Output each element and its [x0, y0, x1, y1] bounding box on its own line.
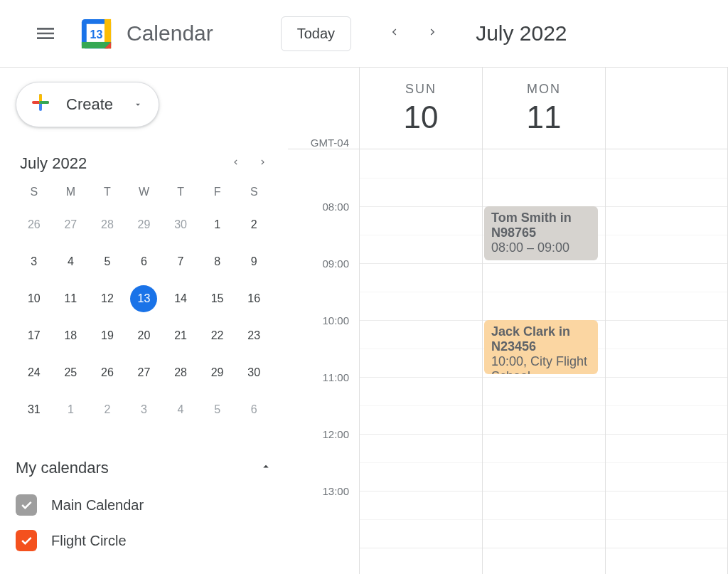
hour-line: [483, 548, 605, 548]
half-hour-line: [606, 462, 727, 463]
hour-line: [606, 434, 727, 435]
mini-day-cell[interactable]: 17: [21, 322, 48, 349]
hour-line: [360, 263, 482, 264]
timezone-gutter: GMT-04: [288, 68, 359, 149]
my-calendars-toggle[interactable]: My calendars: [16, 459, 272, 477]
day-abbr: SUN: [405, 82, 437, 97]
mini-day-cell[interactable]: 26: [21, 211, 48, 238]
mini-day-cell[interactable]: 30: [240, 359, 267, 386]
mini-day-cell[interactable]: 2: [240, 211, 267, 238]
event-subtitle: 08:00 – 09:00: [491, 240, 591, 255]
mini-day-cell[interactable]: 6: [130, 248, 157, 275]
calendar-list-label: Main Calendar: [51, 497, 144, 514]
calendar-list-item: Flight Circle: [16, 530, 272, 551]
mini-day-cell[interactable]: 29: [204, 359, 231, 386]
chevron-down-icon: [133, 95, 143, 114]
half-hour-line: [360, 349, 482, 349]
mini-day-cell[interactable]: 31: [21, 396, 48, 423]
hour-line: [483, 434, 605, 435]
mini-day-cell[interactable]: 12: [94, 285, 121, 312]
hour-line: [360, 434, 482, 435]
hour-line: [606, 320, 727, 321]
mini-day-cell[interactable]: 10: [21, 285, 48, 312]
event-title: Tom Smith in N98765: [491, 211, 591, 240]
create-button-label: Create: [66, 95, 113, 114]
day-header[interactable]: MON11: [482, 68, 605, 149]
mini-day-cell[interactable]: 28: [167, 359, 194, 386]
check-icon: [19, 498, 33, 512]
hour-line: [606, 548, 727, 548]
svg-text:13: 13: [90, 28, 103, 41]
mini-day-cell[interactable]: 23: [240, 322, 267, 349]
mini-day-cell[interactable]: 20: [130, 322, 157, 349]
mini-day-cell[interactable]: 8: [204, 248, 231, 275]
mini-day-cell[interactable]: 1: [57, 396, 84, 423]
prev-period-button[interactable]: [383, 21, 405, 46]
mini-day-cell[interactable]: 4: [57, 248, 84, 275]
calendar-event[interactable]: Tom Smith in N9876508:00 – 09:00: [484, 206, 598, 260]
mini-day-cell[interactable]: 5: [94, 248, 121, 275]
next-period-button[interactable]: [422, 21, 444, 46]
day-column[interactable]: Tom Smith in N9876508:00 – 09:00Jack Cla…: [482, 149, 605, 574]
mini-day-cell[interactable]: 29: [130, 211, 157, 238]
mini-next-month-button[interactable]: [258, 157, 268, 170]
mini-day-cell[interactable]: 9: [240, 248, 267, 275]
mini-day-cell[interactable]: 27: [57, 211, 84, 238]
mini-day-cell[interactable]: 16: [240, 285, 267, 312]
hour-line: [606, 491, 727, 491]
mini-day-cell[interactable]: 24: [21, 359, 48, 386]
mini-day-cell[interactable]: 13: [130, 285, 157, 312]
calendar-event[interactable]: Jack Clark in N2345610:00, City Flight S…: [484, 320, 598, 374]
app-logo[interactable]: 13 Calendar: [77, 14, 213, 53]
mini-day-cell[interactable]: 26: [94, 359, 121, 386]
mini-day-cell[interactable]: 28: [94, 211, 121, 238]
mini-day-cell[interactable]: 19: [94, 322, 121, 349]
mini-day-cell[interactable]: 18: [57, 322, 84, 349]
create-button[interactable]: Create: [16, 82, 159, 127]
hour-line: [360, 206, 482, 207]
day-header[interactable]: SUN10: [359, 68, 482, 149]
mini-day-cell[interactable]: 6: [240, 396, 267, 423]
mini-day-cell[interactable]: 3: [21, 248, 48, 275]
plus-icon: [28, 90, 53, 119]
hour-label: 13:00: [322, 485, 349, 497]
mini-day-cell[interactable]: 22: [204, 322, 231, 349]
mini-day-cell[interactable]: 27: [130, 359, 157, 386]
mini-calendar: July 2022 SMTWTFS26272829301234567891011…: [16, 154, 272, 423]
mini-day-of-week: T: [162, 186, 199, 198]
mini-day-cell[interactable]: 11: [57, 285, 84, 312]
day-abbr: MON: [527, 82, 561, 97]
day-number: 11: [527, 100, 562, 135]
calendar-checkbox[interactable]: [16, 494, 37, 516]
half-hour-line: [483, 405, 605, 406]
half-hour-line: [360, 519, 482, 520]
mini-day-cell[interactable]: 21: [167, 322, 194, 349]
mini-day-of-week: S: [235, 186, 272, 198]
mini-day-cell[interactable]: 3: [130, 396, 157, 423]
chevron-right-icon: [427, 26, 439, 38]
mini-day-cell[interactable]: 2: [94, 396, 121, 423]
sidebar: Create July 2022 SMTWTFS2627282930123456…: [0, 68, 288, 574]
calendar-checkbox[interactable]: [16, 530, 37, 551]
day-column[interactable]: [359, 149, 482, 574]
hour-line: [606, 377, 727, 378]
mini-day-cell[interactable]: 4: [167, 396, 194, 423]
mini-day-cell[interactable]: 25: [57, 359, 84, 386]
day-column[interactable]: [605, 149, 728, 574]
half-hour-line: [483, 292, 605, 292]
mini-day-cell[interactable]: 14: [167, 285, 194, 312]
mini-day-cell[interactable]: 15: [204, 285, 231, 312]
hour-label: 08:00: [322, 201, 349, 213]
event-title: Jack Clark in N23456: [491, 324, 591, 354]
mini-day-cell[interactable]: 30: [167, 211, 194, 238]
today-button[interactable]: Today: [281, 16, 351, 51]
half-hour-line: [606, 405, 727, 406]
mini-day-cell[interactable]: 5: [204, 396, 231, 423]
mini-day-cell[interactable]: 7: [167, 248, 194, 275]
mini-day-cell[interactable]: 1: [204, 211, 231, 238]
day-header[interactable]: [605, 68, 728, 149]
hour-label: 09:00: [322, 257, 349, 270]
mini-prev-month-button[interactable]: [230, 157, 240, 170]
menu-button[interactable]: [28, 16, 63, 51]
chevron-left-icon: [387, 26, 400, 38]
